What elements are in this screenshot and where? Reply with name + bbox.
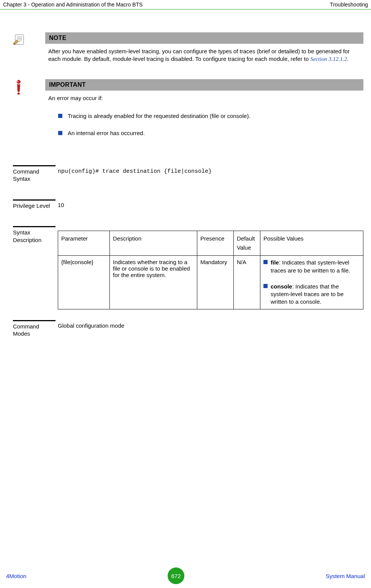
td-possible-values: file: Indicates that system-level traces… [260,256,363,309]
td-default-value: N/A [234,256,260,309]
footer-manual: System Manual [326,573,365,579]
th-possible-values: Possible Values [260,231,363,256]
square-bullet-icon [58,131,62,135]
pv-bold: file [271,259,279,266]
list-item-text: An internal error has occurred. [68,130,145,136]
footer-product: 4Motion [6,573,26,579]
list-item-text: Tracing is already enabled for the reque… [68,113,251,119]
command-syntax-block: Command Syntax npu(config)# trace destin… [13,165,363,183]
list-item: An internal error has occurred. [58,130,360,136]
note-icon [13,33,26,46]
table-header-row: Parameter Description Presence Default V… [58,231,363,256]
page-footer: 4Motion 672 System Manual [0,567,371,584]
pv-rest: : Indicates that system-level traces are… [271,259,350,273]
note-body-pre: After you have enabled system-level trac… [48,48,350,62]
syntax-table: Parameter Description Presence Default V… [58,231,363,309]
page-number-badge: 672 [168,567,184,584]
command-modes-block: Command Modes Global configuration mode [13,320,363,338]
important-lead: An error may occur if: [45,91,363,105]
privilege-level-label: Privilege Level [13,199,55,210]
header-section: Troubleshooting [330,2,368,8]
table-row: {file|console} Indicates whether tracing… [58,256,363,309]
page-header: Chapter 3 - Operation and Administration… [0,0,371,10]
th-presence: Presence [197,231,234,256]
important-callout: IMPORTANT An error may occur if: Tracing… [13,79,363,148]
header-chapter: Chapter 3 - Operation and Administration… [3,2,143,8]
privilege-level-value: 10 [55,199,363,208]
important-icon [15,80,22,95]
svg-point-6 [17,92,20,95]
privilege-level-block: Privilege Level 10 [13,199,363,210]
important-icon-cell [13,79,45,96]
list-item: Tracing is already enabled for the reque… [58,113,360,119]
square-bullet-icon [58,114,62,118]
th-parameter: Parameter [58,231,110,256]
svg-point-7 [17,81,19,82]
command-modes-value: Global configuration mode [55,320,363,329]
section-link[interactable]: Section 3.12.1.2 [310,56,347,62]
command-syntax-value: npu(config)# trace destination {file|con… [58,168,212,175]
possible-values-list: file: Indicates that system-level traces… [263,259,360,306]
note-icon-cell [13,32,45,47]
note-body: After you have enabled system-level trac… [45,44,363,66]
command-modes-label: Command Modes [13,320,55,338]
note-body-post: . [347,56,349,62]
td-parameter: {file|console} [58,256,110,309]
important-title: IMPORTANT [45,79,363,91]
pv-bold: console [271,283,292,290]
list-item: console: Indicates that the system-level… [263,283,360,306]
list-item: file: Indicates that system-level traces… [263,259,360,274]
note-title: NOTE [45,32,363,44]
command-syntax-label: Command Syntax [13,165,55,183]
note-callout: NOTE After you have enabled system-level… [13,32,363,66]
syntax-description-block: Syntax Description Parameter Description… [13,226,363,309]
td-description: Indicates whether tracing to a file or c… [110,256,197,309]
square-bullet-icon [263,260,268,264]
square-bullet-icon [263,284,268,288]
important-list: Tracing is already enabled for the reque… [45,105,363,148]
th-description: Description [110,231,197,256]
th-default-value: Default Value [234,231,260,256]
syntax-description-label: Syntax Description [13,226,55,244]
td-presence: Mandatory [197,256,234,309]
